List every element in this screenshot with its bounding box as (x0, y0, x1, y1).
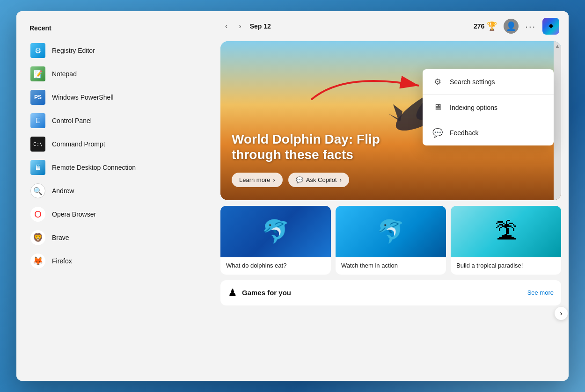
sidebar-item-label: Firefox (52, 257, 72, 265)
search-settings-item[interactable]: ⚙ Search settings (423, 69, 554, 95)
games-row: ♟ Games for you See more (220, 280, 561, 305)
search-icon: 🔍 (30, 183, 45, 198)
back-button[interactable]: ‹ (222, 20, 230, 32)
games-title: Games for you (242, 289, 291, 297)
sidebar-item-label: Opera Browser (52, 211, 96, 218)
main-window: Recent ⚙ Registry Editor 📝 Notepad PS Wi… (16, 11, 569, 381)
sidebar: Recent ⚙ Registry Editor 📝 Notepad PS Wi… (16, 11, 213, 381)
topbar-right: 276 🏆 👤 ··· ✦ (474, 18, 559, 35)
sidebar-item-opera[interactable]: O Opera Browser (26, 203, 204, 225)
dolphins-eat-label: What do dolphins eat? (220, 257, 331, 275)
sidebar-item-brave[interactable]: 🦁 Brave (26, 226, 204, 249)
see-more-games[interactable]: See more (527, 289, 554, 296)
search-settings-icon: ⚙ (432, 77, 443, 87)
sidebar-item-remote-desktop[interactable]: 🖥 Remote Desktop Connection (26, 156, 204, 179)
tropical-emoji: 🏝 (495, 219, 517, 245)
indexing-options-item[interactable]: 🖥 Indexing options (423, 95, 554, 120)
next-cards-button[interactable]: › (555, 307, 568, 320)
points-value: 276 (474, 22, 484, 30)
copilot-icon[interactable]: ✦ (542, 18, 559, 35)
card-tropical[interactable]: 🏝 Build a tropical paradise! (451, 206, 561, 275)
date-label: Sep 12 (250, 22, 468, 30)
watch-action-emoji: 🐬 (377, 218, 405, 245)
sidebar-item-label: Registry Editor (52, 47, 95, 54)
learn-more-button[interactable]: Learn more › (232, 173, 283, 187)
trophy-icon: 🏆 (487, 21, 497, 31)
hero-buttons: Learn more › 💬 Ask Copilot › (232, 173, 349, 187)
ask-copilot-button[interactable]: 💬 Ask Copilot › (288, 173, 349, 187)
sidebar-item-label: Control Panel (52, 117, 92, 124)
sidebar-item-andrew[interactable]: 🔍 Andrew (26, 180, 204, 202)
svg-marker-5 (388, 104, 402, 122)
remote-desktop-icon: 🖥 (30, 160, 45, 175)
firefox-icon: 🦊 (30, 254, 45, 269)
notepad-icon: 📝 (30, 66, 45, 81)
watch-action-label: Watch them in action (336, 257, 446, 275)
hero-title: World Dolphin Day: Flip through these fa… (232, 131, 391, 163)
brave-icon: 🦁 (30, 230, 45, 245)
learn-more-label: Learn more (239, 176, 270, 183)
sidebar-item-notepad[interactable]: 📝 Notepad (26, 63, 204, 85)
topbar: ‹ › Sep 12 276 🏆 👤 ··· ✦ (213, 11, 569, 41)
sidebar-item-label: Notepad (52, 70, 77, 78)
feedback-icon: 💬 (432, 128, 443, 138)
dolphins-eat-image: 🐬 (220, 206, 331, 257)
forward-button[interactable]: › (236, 20, 244, 32)
sidebar-title: Recent (26, 24, 204, 32)
avatar[interactable]: 👤 (504, 19, 519, 34)
sidebar-item-label: Brave (52, 234, 69, 241)
ask-copilot-chevron: › (340, 176, 342, 183)
dropdown-menu: ⚙ Search settings 🖥 Indexing options 💬 F… (423, 69, 554, 145)
sidebar-item-label: Command Prompt (52, 140, 105, 148)
tropical-image: 🏝 (451, 206, 561, 257)
powershell-icon: PS (30, 90, 45, 105)
copilot-bubble-icon: 💬 (296, 176, 303, 183)
indexing-options-icon: 🖥 (432, 102, 443, 112)
sidebar-item-powershell[interactable]: PS Windows PowerShell (26, 86, 204, 109)
control-panel-icon: 🖥 (30, 113, 45, 128)
cards-row: 🐬 What do dolphins eat? 🐬 Watch them in … (220, 206, 561, 275)
hero-text: World Dolphin Day: Flip through these fa… (232, 131, 391, 163)
registry-editor-icon: ⚙ (30, 43, 45, 58)
opera-icon: O (30, 207, 45, 222)
dolphins-eat-emoji: 🐬 (262, 218, 290, 245)
scrollbar: ▲ (554, 41, 561, 200)
card-dolphins-eat[interactable]: 🐬 What do dolphins eat? (220, 206, 331, 275)
feedback-item[interactable]: 💬 Feedback (423, 120, 554, 145)
learn-more-chevron: › (273, 176, 275, 183)
sidebar-item-registry-editor[interactable]: ⚙ Registry Editor (26, 39, 204, 62)
search-settings-label: Search settings (450, 78, 495, 86)
feedback-label: Feedback (450, 129, 478, 137)
sidebar-item-label: Remote Desktop Connection (52, 164, 136, 171)
content-area: ⚙ Search settings 🖥 Indexing options 💬 F… (213, 41, 569, 381)
tropical-label: Build a tropical paradise! (451, 257, 561, 275)
sidebar-item-label: Andrew (52, 187, 74, 195)
sidebar-item-control-panel[interactable]: 🖥 Control Panel (26, 109, 204, 132)
watch-action-image: 🐬 (336, 206, 446, 257)
sidebar-item-command-prompt[interactable]: C:\ Command Prompt (26, 133, 204, 155)
more-button[interactable]: ··· (525, 21, 536, 32)
games-left: ♟ Games for you (228, 287, 291, 299)
sidebar-item-firefox[interactable]: 🦊 Firefox (26, 250, 204, 272)
sidebar-item-label: Windows PowerShell (52, 94, 114, 101)
scroll-up-button[interactable]: ▲ (553, 41, 561, 51)
points-badge: 276 🏆 (474, 21, 497, 31)
command-prompt-icon: C:\ (30, 137, 45, 152)
indexing-options-label: Indexing options (450, 104, 497, 111)
main-content: ‹ › Sep 12 276 🏆 👤 ··· ✦ ⚙ Search settin… (213, 11, 569, 381)
games-icon: ♟ (228, 287, 237, 299)
ask-copilot-label: Ask Copilot (306, 176, 337, 183)
card-watch-action[interactable]: 🐬 Watch them in action (336, 206, 446, 275)
